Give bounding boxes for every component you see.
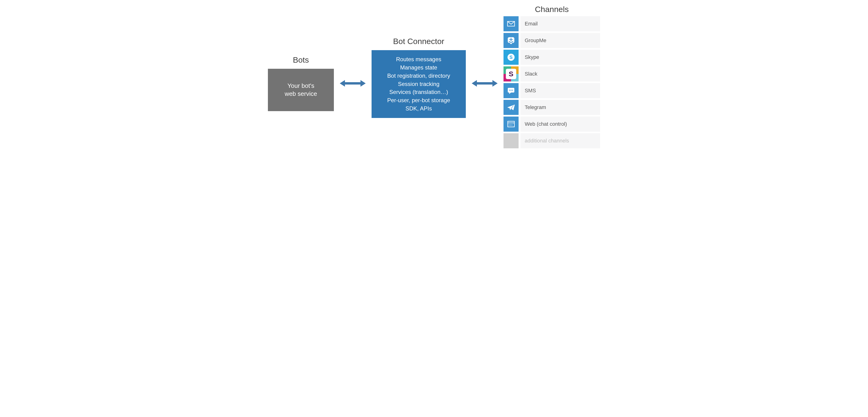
svg-marker-0 — [340, 80, 366, 87]
channel-label: Email — [521, 16, 600, 31]
connector-line: Services (translation…) — [376, 88, 461, 96]
skype-icon — [503, 50, 519, 65]
channel-label: GroupMe — [521, 33, 600, 48]
architecture-diagram: Bots Your bot's web service Bot Connecto… — [9, 5, 859, 150]
channels-column: Channels EmailGroupMeSkypeSSlackSMSTeleg… — [503, 5, 600, 150]
channel-row: SSlack — [503, 66, 600, 82]
connector-line: Routes messages — [376, 55, 461, 64]
connector-line: Session tracking — [376, 80, 461, 88]
channel-row: GroupMe — [503, 33, 600, 48]
double-arrow-icon — [340, 78, 366, 88]
groupme-icon — [503, 33, 519, 48]
connector-line: Bot registration, directory — [376, 72, 461, 80]
blank-icon — [503, 133, 519, 148]
connector-title: Bot Connector — [393, 37, 444, 46]
connector-line: SDK, APIs — [376, 104, 461, 113]
channel-row: SMS — [503, 83, 600, 98]
bots-box-line2: web service — [285, 90, 317, 98]
channels-list: EmailGroupMeSkypeSSlackSMSTelegramWeb (c… — [503, 16, 600, 150]
svg-marker-1 — [472, 80, 498, 87]
connector-column: Bot Connector Routes messages Manages st… — [372, 37, 466, 118]
arrow-bots-connector — [339, 78, 367, 88]
bots-column: Bots Your bot's web service — [268, 55, 334, 111]
web-icon — [503, 117, 519, 132]
channel-label: SMS — [521, 83, 600, 98]
channel-row: Skype — [503, 50, 600, 65]
telegram-icon — [503, 100, 519, 115]
connector-box: Routes messages Manages state Bot regist… — [372, 50, 466, 118]
bots-box: Your bot's web service — [268, 69, 334, 111]
bots-box-line1: Your bot's — [285, 82, 317, 90]
channel-row: additional channels — [503, 133, 600, 148]
channels-title: Channels — [503, 5, 600, 14]
channel-label: Skype — [521, 50, 600, 65]
arrow-connector-channels — [470, 78, 499, 88]
channel-label: Telegram — [521, 100, 600, 115]
channel-row: Email — [503, 16, 600, 31]
slack-icon: S — [503, 66, 519, 82]
channel-label: additional channels — [521, 133, 600, 148]
connector-line: Manages state — [376, 64, 461, 72]
connector-line: Per-user, per-bot storage — [376, 96, 461, 104]
sms-icon — [503, 83, 519, 98]
channel-row: Telegram — [503, 100, 600, 115]
channel-label: Web (chat control) — [521, 117, 600, 132]
bots-title: Bots — [293, 55, 309, 65]
channel-label: Slack — [521, 66, 600, 82]
channel-row: Web (chat control) — [503, 117, 600, 132]
double-arrow-icon — [472, 78, 498, 88]
mail-icon — [503, 16, 519, 31]
